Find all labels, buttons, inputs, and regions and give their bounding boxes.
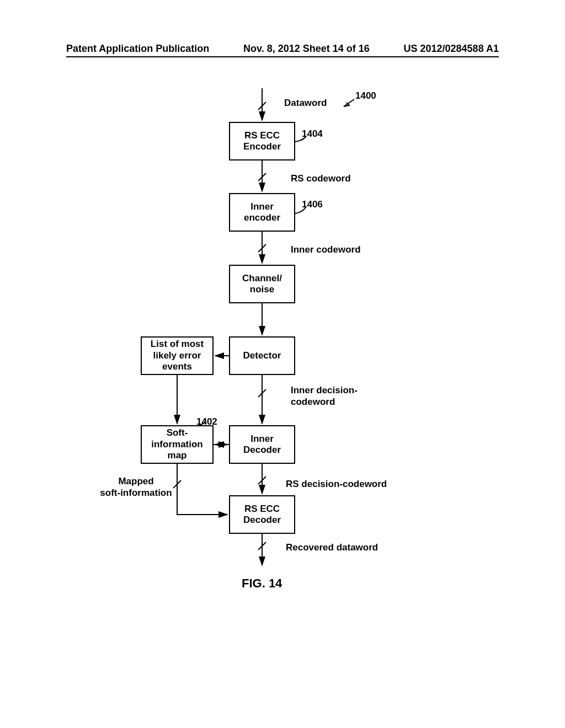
box-soft-info-map: Soft- information map	[141, 425, 214, 464]
svg-line-19	[344, 99, 354, 106]
box-inner-decoder: Inner Decoder	[229, 425, 295, 464]
box-channel-noise: Channel/ noise	[229, 265, 295, 303]
svg-line-16	[258, 477, 266, 484]
label-rs-codeword: RS codeword	[291, 173, 351, 184]
label-inner-codeword: Inner codeword	[291, 244, 361, 255]
label-recovered-dataword: Recovered dataword	[286, 542, 378, 553]
label-mapped-soft-info: Mapped soft-information	[99, 475, 173, 499]
svg-line-15	[258, 389, 266, 397]
box-list-error-events: List of most likely error events	[141, 336, 214, 375]
page: Patent Application Publication Nov. 8, 2…	[0, 0, 565, 728]
header-left: Patent Application Publication	[66, 43, 209, 55]
header-rule	[66, 56, 499, 57]
label-1400: 1400	[355, 90, 376, 101]
figure-caption: FIG. 14	[242, 576, 282, 591]
page-header: Patent Application Publication Nov. 8, 2…	[0, 43, 565, 55]
svg-line-14	[258, 244, 266, 252]
svg-line-13	[258, 173, 266, 181]
svg-line-17	[258, 542, 266, 550]
label-rs-decision-codeword: RS decision-codeword	[286, 479, 387, 490]
svg-line-12	[258, 102, 266, 110]
label-1406: 1406	[302, 199, 323, 210]
label-1404: 1404	[302, 129, 323, 140]
header-center: Nov. 8, 2012 Sheet 14 of 16	[243, 43, 370, 55]
header-right: US 2012/0284588 A1	[404, 43, 499, 55]
label-inner-decision-codeword: Inner decision- codeword	[291, 384, 358, 408]
box-inner-encoder: Inner encoder	[229, 193, 295, 232]
box-detector: Detector	[229, 336, 295, 375]
box-rs-ecc-decoder: RS ECC Decoder	[229, 495, 295, 534]
label-dataword: Dataword	[284, 98, 327, 109]
svg-line-18	[173, 480, 181, 488]
box-rs-ecc-encoder: RS ECC Encoder	[229, 122, 295, 160]
